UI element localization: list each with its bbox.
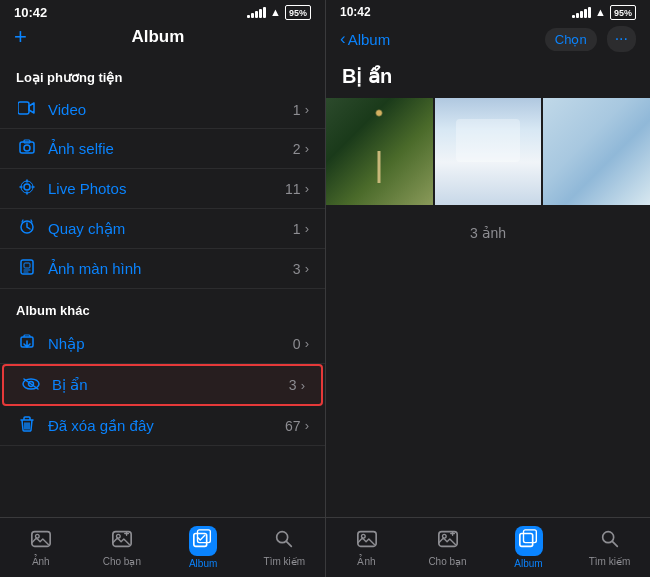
svg-rect-0 [18,102,29,114]
selfie-chevron: › [305,141,309,156]
album-item-da-xoa[interactable]: Đã xóa gần đây 67 › [0,406,325,446]
da-xoa-chevron: › [305,418,309,433]
tab-tim-kiem-label-right: Tìm kiếm [589,556,631,567]
left-panel: 10:42 ▲ 95% + Album Loại phương tiện [0,0,325,577]
photo-cell-3[interactable] [543,98,650,205]
album-item-video[interactable]: Video 1 › [0,91,325,129]
chon-button[interactable]: Chọn [545,28,597,51]
quay-cham-count: 1 [293,221,301,237]
quay-cham-label: Quay chậm [48,220,293,238]
left-status-icons: ▲ 95% [247,5,311,20]
tab-anh-label-right: Ảnh [357,556,375,567]
video-count: 1 [293,102,301,118]
tab-cho-ban-label-right: Cho bạn [428,556,466,567]
photos-tab-icon-left [30,528,52,554]
live-photos-icon [16,179,38,198]
photos-tab-icon-right [356,528,378,554]
photo-cell-1[interactable] [326,98,433,205]
right-album-title: Bị ẩn [326,60,650,98]
hidden-icon [20,377,42,394]
screenshot-chevron: › [305,261,309,276]
screenshot-label: Ảnh màn hình [48,260,293,278]
tab-album-left[interactable]: Album [163,518,244,577]
back-chevron-icon: ‹ [340,29,346,49]
svg-rect-33 [519,534,532,547]
da-xoa-label: Đã xóa gần đây [48,417,285,435]
battery-left: 95% [285,5,311,20]
tab-cho-ban-label-left: Cho bạn [103,556,141,567]
album-item-anh-man-hinh[interactable]: Ảnh màn hình 3 › [0,249,325,289]
svg-line-28 [287,541,292,546]
album-item-anh-selfie[interactable]: Ảnh selfie 2 › [0,129,325,169]
signal-bars-left [247,7,266,18]
photo-count: 3 ảnh [470,225,506,241]
video-label: Video [48,101,293,118]
photo-grid [326,98,650,213]
tab-album-label-right: Album [514,558,542,569]
add-album-button[interactable]: + [14,26,27,48]
section-header-loai-phuong-tien: Loại phương tiện [0,56,325,91]
tab-cho-ban-right[interactable]: Cho bạn [407,518,488,577]
bi-an-count: 3 [289,377,297,393]
video-chevron: › [305,102,309,117]
svg-point-2 [24,145,30,151]
right-spacer [326,253,650,517]
wifi-icon-right: ▲ [595,6,606,18]
bi-an-chevron: › [301,378,305,393]
photo-count-area: 3 ảnh [326,213,650,253]
nhap-label: Nhập [48,335,293,353]
cho-ban-tab-icon-right [437,528,459,554]
tab-album-label-left: Album [189,558,217,569]
svg-point-4 [24,184,30,190]
cho-ban-tab-icon-left [111,528,133,554]
album-tab-icon-right [515,526,543,556]
right-status-icons: ▲ 95% [572,5,636,20]
tab-tim-kiem-right[interactable]: Tìm kiếm [569,518,650,577]
search-tab-icon-right [599,528,621,554]
left-content: Loại phương tiện Video 1 › Ảnh [0,56,325,517]
svg-line-36 [612,541,617,546]
screenshot-icon [16,259,38,278]
svg-rect-34 [523,530,536,543]
screenshot-count: 3 [293,261,301,277]
tab-cho-ban-left[interactable]: Cho bạn [81,518,162,577]
right-header-actions: Chọn ··· [545,26,636,52]
nhap-icon [16,334,38,353]
photo-cell-2[interactable] [435,98,542,205]
live-photos-label: Live Photos [48,180,285,197]
tab-anh-left[interactable]: Ảnh [0,518,81,577]
album-item-nhap[interactable]: Nhập 0 › [0,324,325,364]
tab-anh-right[interactable]: Ảnh [326,518,407,577]
more-button[interactable]: ··· [607,26,636,52]
svg-point-5 [21,181,33,193]
left-header: + Album [0,22,325,56]
quay-cham-icon [16,219,38,238]
back-label: Album [348,31,391,48]
tab-tim-kiem-label-left: Tìm kiếm [264,556,306,567]
selfie-count: 2 [293,141,301,157]
album-item-live-photos[interactable]: Live Photos 11 › [0,169,325,209]
album-item-quay-cham[interactable]: Quay chậm 1 › [0,209,325,249]
svg-rect-14 [24,263,30,268]
tab-tim-kiem-left[interactable]: Tìm kiếm [244,518,325,577]
search-tab-icon-left [273,528,295,554]
live-photos-chevron: › [305,181,309,196]
right-status-bar: 10:42 ▲ 95% [326,0,650,22]
wifi-icon-left: ▲ [270,6,281,18]
selfie-label: Ảnh selfie [48,140,293,158]
left-time: 10:42 [14,5,47,20]
nhap-count: 0 [293,336,301,352]
battery-right: 95% [610,5,636,20]
back-button[interactable]: ‹ Album [340,29,390,49]
nhap-chevron: › [305,336,309,351]
tab-album-right[interactable]: Album [488,518,569,577]
left-title: Album [131,27,184,47]
album-item-bi-an[interactable]: Bị ẩn 3 › [2,364,323,406]
right-time: 10:42 [340,5,371,19]
bi-an-label: Bị ẩn [52,376,289,394]
trash-icon [16,416,38,435]
left-tab-bar: Ảnh Cho bạn Album [0,517,325,577]
selfie-icon [16,139,38,158]
video-icon [16,101,38,118]
right-panel: 10:42 ▲ 95% ‹ Album Chọn ··· Bị ẩn [325,0,650,577]
